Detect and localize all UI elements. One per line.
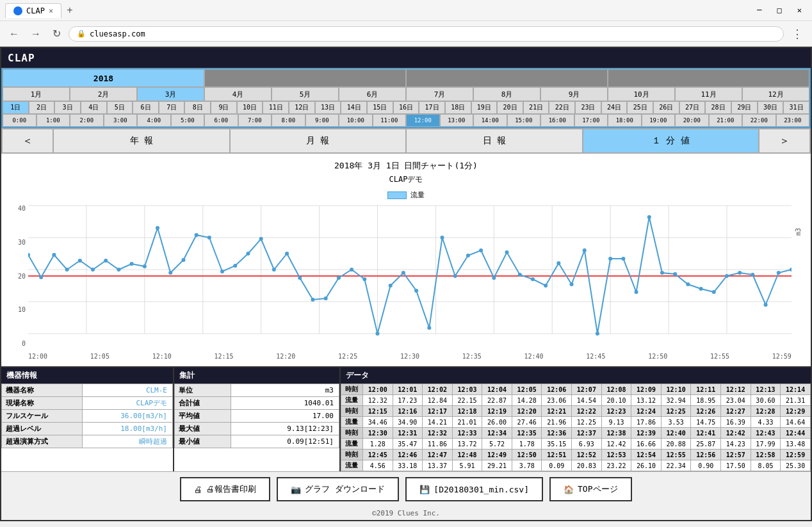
day-cell-16日[interactable]: 16日 bbox=[393, 101, 419, 114]
hour-cell-11:00[interactable]: 11:00 bbox=[373, 114, 407, 127]
hour-cell-13:00[interactable]: 13:00 bbox=[440, 114, 474, 127]
window-minimize[interactable]: ─ bbox=[752, 4, 767, 16]
month-cell-2月[interactable]: 2月 bbox=[70, 87, 137, 101]
day-cell-25日[interactable]: 25日 bbox=[627, 101, 653, 114]
day-cell-18日[interactable]: 18日 bbox=[445, 101, 471, 114]
window-maximize[interactable]: □ bbox=[772, 4, 787, 16]
hour-cell-15:00[interactable]: 15:00 bbox=[507, 114, 541, 127]
day-cell-6日[interactable]: 6日 bbox=[133, 101, 159, 114]
day-cell-17日[interactable]: 17日 bbox=[419, 101, 445, 114]
year-cell-2018[interactable]: 2018 bbox=[3, 69, 204, 87]
day-cell-2日[interactable]: 2日 bbox=[29, 101, 55, 114]
month-cell-4月[interactable]: 4月 bbox=[204, 87, 272, 101]
year-cell-2[interactable] bbox=[204, 69, 406, 87]
hour-cell-6:00[interactable]: 6:00 bbox=[204, 114, 238, 127]
y-label-10: 10 bbox=[18, 306, 26, 313]
day-cell-14日[interactable]: 14日 bbox=[341, 101, 367, 114]
day-cell-10日[interactable]: 10日 bbox=[237, 101, 263, 114]
address-bar[interactable]: 🔒 cluesasp.com bbox=[69, 26, 784, 42]
hour-cell-20:00[interactable]: 20:00 bbox=[675, 114, 709, 127]
browser-menu-button[interactable]: ⋮ bbox=[788, 26, 807, 42]
day-cell-9日[interactable]: 9日 bbox=[211, 101, 237, 114]
print-button[interactable]: 🖨 🖨報告書印刷 bbox=[180, 477, 270, 501]
day-cell-13日[interactable]: 13日 bbox=[315, 101, 341, 114]
month-cell-9月[interactable]: 9月 bbox=[540, 87, 608, 101]
next-button[interactable]: ＞ bbox=[759, 129, 810, 153]
day-cell-29日[interactable]: 29日 bbox=[731, 101, 758, 114]
day-cell-26日[interactable]: 26日 bbox=[653, 101, 679, 114]
hour-cell-19:00[interactable]: 19:00 bbox=[642, 114, 676, 127]
day-cell-20日[interactable]: 20日 bbox=[497, 101, 523, 114]
year-cell-3[interactable] bbox=[406, 69, 608, 87]
day-cell-7日[interactable]: 7日 bbox=[159, 101, 185, 114]
data-cell: 3.78 bbox=[512, 460, 542, 471]
hour-cell-7:00[interactable]: 7:00 bbox=[238, 114, 272, 127]
daily-report-button[interactable]: 日 報 bbox=[406, 129, 583, 153]
day-cell-15日[interactable]: 15日 bbox=[367, 101, 393, 114]
month-cell-7月[interactable]: 7月 bbox=[406, 87, 473, 101]
day-cell-22日[interactable]: 22日 bbox=[549, 101, 575, 114]
day-cell-27日[interactable]: 27日 bbox=[679, 101, 706, 114]
hour-cell-3:00[interactable]: 3:00 bbox=[104, 114, 138, 127]
hour-cell-4:00[interactable]: 4:00 bbox=[137, 114, 171, 127]
day-cell-31日[interactable]: 31日 bbox=[783, 101, 809, 114]
x-label-1220: 12:20 bbox=[276, 353, 295, 360]
day-cell-24日[interactable]: 24日 bbox=[601, 101, 628, 114]
day-cell-5日[interactable]: 5日 bbox=[107, 101, 133, 114]
hour-cell-22:00[interactable]: 22:00 bbox=[742, 114, 776, 127]
day-cell-8日[interactable]: 8日 bbox=[184, 101, 211, 114]
minute-report-button[interactable]: １ 分 値 bbox=[583, 129, 759, 153]
day-cell-1日[interactable]: 1日 bbox=[3, 101, 29, 114]
top-page-button[interactable]: 🏠 TOPページ bbox=[549, 477, 631, 501]
hour-cell-14:00[interactable]: 14:00 bbox=[473, 114, 507, 127]
data-cell: 12:22 bbox=[572, 406, 602, 417]
day-cell-30日[interactable]: 30日 bbox=[758, 101, 784, 114]
hour-cell-1:00[interactable]: 1:00 bbox=[37, 114, 70, 127]
data-cell: 12:06 bbox=[542, 384, 572, 395]
prev-button[interactable]: ＜ bbox=[2, 129, 53, 153]
day-cell-12日[interactable]: 12日 bbox=[289, 101, 315, 114]
tab-close-button[interactable]: × bbox=[49, 6, 53, 15]
hour-cell-12:00[interactable]: 12:00 bbox=[406, 114, 440, 127]
browser-tab[interactable]: CLAP × bbox=[5, 3, 61, 18]
hour-cell-0:00[interactable]: 0:00 bbox=[3, 114, 37, 127]
print-label: 🖨報告書印刷 bbox=[206, 483, 256, 495]
hour-cell-16:00[interactable]: 16:00 bbox=[540, 114, 574, 127]
month-cell-10月[interactable]: 10月 bbox=[608, 87, 675, 101]
month-cell-8月[interactable]: 8月 bbox=[473, 87, 540, 101]
day-cell-28日[interactable]: 28日 bbox=[705, 101, 731, 114]
day-cell-11日[interactable]: 11日 bbox=[263, 101, 289, 114]
hour-cell-2:00[interactable]: 2:00 bbox=[70, 114, 104, 127]
monthly-report-button[interactable]: 月 報 bbox=[230, 129, 407, 153]
hour-cell-23:00[interactable]: 23:00 bbox=[776, 114, 810, 127]
hour-cell-10:00[interactable]: 10:00 bbox=[339, 114, 373, 127]
month-cell-11月[interactable]: 11月 bbox=[675, 87, 742, 101]
hour-cell-17:00[interactable]: 17:00 bbox=[574, 114, 608, 127]
data-cell: 26.00 bbox=[482, 417, 512, 428]
year-cell-4[interactable] bbox=[608, 69, 809, 87]
hour-cell-21:00[interactable]: 21:00 bbox=[709, 114, 743, 127]
day-cell-3日[interactable]: 3日 bbox=[54, 101, 81, 114]
graph-download-button[interactable]: 📷 グラフ ダウンロード bbox=[277, 477, 399, 501]
day-cell-21日[interactable]: 21日 bbox=[523, 101, 549, 114]
day-cell-19日[interactable]: 19日 bbox=[471, 101, 498, 114]
day-cell-23日[interactable]: 23日 bbox=[575, 101, 601, 114]
month-cell-6月[interactable]: 6月 bbox=[339, 87, 406, 101]
hour-cell-9:00[interactable]: 9:00 bbox=[305, 114, 339, 127]
refresh-button[interactable]: ↻ bbox=[49, 26, 65, 41]
hour-cell-5:00[interactable]: 5:00 bbox=[171, 114, 205, 127]
month-cell-12月[interactable]: 12月 bbox=[742, 87, 809, 101]
hour-cell-8:00[interactable]: 8:00 bbox=[272, 114, 305, 127]
day-cell-4日[interactable]: 4日 bbox=[81, 101, 107, 114]
month-cell-5月[interactable]: 5月 bbox=[272, 87, 339, 101]
annual-report-button[interactable]: 年 報 bbox=[53, 129, 230, 153]
hour-cell-18:00[interactable]: 18:00 bbox=[608, 114, 642, 127]
window-close[interactable]: ✕ bbox=[792, 4, 807, 16]
forward-button[interactable]: → bbox=[27, 27, 45, 41]
svg-point-41 bbox=[324, 296, 328, 300]
back-button[interactable]: ← bbox=[5, 27, 23, 41]
month-cell-3月[interactable]: 3月 bbox=[137, 87, 204, 101]
csv-download-button[interactable]: 💾 [D20180301_min.csv] bbox=[405, 477, 543, 501]
new-tab-button[interactable]: + bbox=[67, 4, 72, 16]
month-cell-1月[interactable]: 1月 bbox=[3, 87, 70, 101]
